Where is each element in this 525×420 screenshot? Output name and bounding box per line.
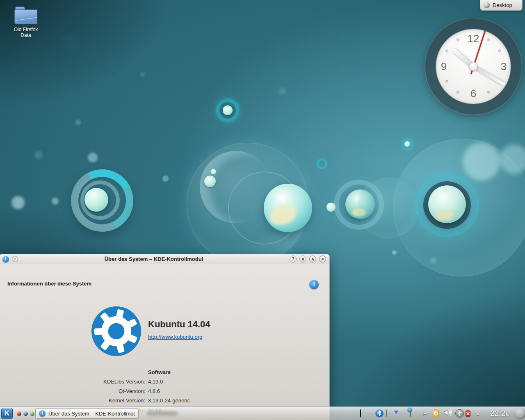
clock-tick <box>498 50 501 52</box>
about-system-window: i Über das System – KDE-Kontrollmodul ? … <box>0 254 329 420</box>
window-titlebar[interactable]: i Über das System – KDE-Kontrollmodul ? … <box>0 254 329 264</box>
clock-tick <box>457 91 459 94</box>
clock-number-9: 9 <box>437 60 451 73</box>
module-header: Informationen über diese System <box>7 281 91 287</box>
wallpaper-bubble <box>162 176 169 182</box>
error-status-tray-icon[interactable]: ✕ <box>466 410 470 418</box>
folder-icon <box>14 7 37 25</box>
wallpaper-bubble <box>223 105 233 115</box>
help-button[interactable]: ? <box>290 256 297 262</box>
digital-clock[interactable]: 22:20 <box>486 407 514 420</box>
wallpaper-bubble <box>326 203 336 212</box>
clock-face: 12 3 6 9 <box>436 29 511 104</box>
clock-number-3: 3 <box>497 60 511 73</box>
wallpaper-bubble <box>279 88 286 95</box>
network-card-tray-icon[interactable]: i <box>410 410 411 417</box>
pin-button[interactable] <box>12 256 18 262</box>
wallpaper-bubble <box>84 188 108 212</box>
volume-tray-icon[interactable] <box>443 409 453 418</box>
kmenu-launcher-button[interactable]: K <box>1 408 13 419</box>
wallpaper-bubble <box>431 258 436 263</box>
wallpaper-bubble <box>52 198 59 205</box>
wallpaper-bubble <box>62 35 80 53</box>
window-body: Informationen über diese System i Kubunt… <box>0 264 329 420</box>
analog-clock-widget[interactable]: 12 3 6 9 <box>425 18 522 115</box>
clock-number-12: 12 <box>466 32 480 45</box>
desktop-icon-old-firefox-data[interactable]: Old Firefox Data <box>7 7 44 38</box>
wallpaper-bubble <box>436 210 454 221</box>
wallpaper-bubble <box>11 196 25 209</box>
keep-above-button[interactable]: ∧ <box>309 256 316 262</box>
software-row-value: 4.13.0 <box>148 379 229 385</box>
panel-toolbox-cashew[interactable] <box>514 408 525 419</box>
kubuntu-logo <box>90 305 142 357</box>
wallpaper-bubble <box>34 151 43 159</box>
wallpaper-bubble <box>463 143 500 180</box>
software-row-label: KDELibs-Version: <box>0 379 145 385</box>
task-button-about-system[interactable]: i Über das System – KDE-Kontrollmodul <box>35 408 139 419</box>
clock-tick <box>445 80 448 83</box>
software-row-label: Kernel-Version: <box>0 397 145 404</box>
task-info-icon: i <box>39 410 46 417</box>
module-info-button[interactable]: i <box>309 280 319 289</box>
device-notifier-usb-tray-icon[interactable] <box>455 409 464 418</box>
plasma-cashew-icon <box>484 2 490 8</box>
close-button[interactable]: × <box>319 256 326 262</box>
wallpaper-bubble <box>88 153 98 162</box>
blurred-label <box>147 411 177 416</box>
wallpaper-bubble <box>404 141 410 147</box>
wallpaper-bubble <box>392 250 397 255</box>
display-tray-icon[interactable] <box>360 410 361 417</box>
keep-below-button[interactable]: ∨ <box>299 256 306 262</box>
wallpaper-bubble <box>106 57 119 70</box>
tray-expander-arrow[interactable]: ▴ <box>477 411 479 416</box>
task-button-label: Über das System – KDE-Kontrollmodul <box>48 411 135 417</box>
software-info-table: Software KDELibs-Version: 4.13.0 Qt-Vers… <box>0 369 229 413</box>
clock-tick <box>487 91 490 94</box>
clock-number-6: 6 <box>466 87 480 100</box>
pager-dot-red[interactable] <box>17 411 21 416</box>
desktop: Desktop 12 3 6 9 Old Firefox <box>0 0 525 420</box>
desktop-icon-label-line1: Old Firefox <box>7 27 44 32</box>
wallpaper-bubble <box>500 144 525 174</box>
spacer <box>0 369 145 375</box>
distro-url-link[interactable]: http://www.kubuntu.org <box>148 334 202 340</box>
desktop-icon-label-line2: Data <box>7 32 44 38</box>
wallpaper-bubble <box>75 120 81 125</box>
wallpaper-bubble <box>140 72 145 77</box>
taskbar-panel: K i Über das System – KDE-Kontrollmodul … <box>0 407 525 420</box>
software-row-value: 4.8.6 <box>148 388 229 394</box>
update-notifier-tray-icon[interactable]: ↻ <box>433 410 439 418</box>
wallpaper-bubble <box>358 177 419 239</box>
window-info-icon: i <box>2 256 9 262</box>
software-row-value: 3.13.0-24-generic <box>148 397 229 404</box>
desktop-toolbox-label: Desktop <box>493 2 512 8</box>
pager-dot-green[interactable] <box>30 411 34 416</box>
clock-center-cap <box>469 62 478 71</box>
software-row-label: Qt-Version: <box>0 388 145 394</box>
klipper-scissors-tray-icon[interactable]: ✂ <box>422 409 429 418</box>
desktop-toolbox[interactable]: Desktop <box>480 0 523 11</box>
clock-tick <box>457 39 459 41</box>
pager-dot-blue[interactable] <box>23 411 28 416</box>
clock-tick <box>487 39 490 41</box>
bluetooth-tray-icon[interactable] <box>375 409 383 418</box>
wallpaper-bubble <box>317 158 327 169</box>
window-title: Über das System – KDE-Kontrollmodul <box>21 256 287 262</box>
keyboard-tray-icon[interactable] <box>386 410 387 417</box>
software-section-title: Software <box>148 369 229 375</box>
network-info-badge: i <box>407 407 412 412</box>
wallpaper-bubble <box>211 169 216 174</box>
clock-tick <box>445 50 448 52</box>
distro-name: Kubuntu 14.04 <box>148 319 210 330</box>
wallpaper-bubble <box>204 176 216 187</box>
